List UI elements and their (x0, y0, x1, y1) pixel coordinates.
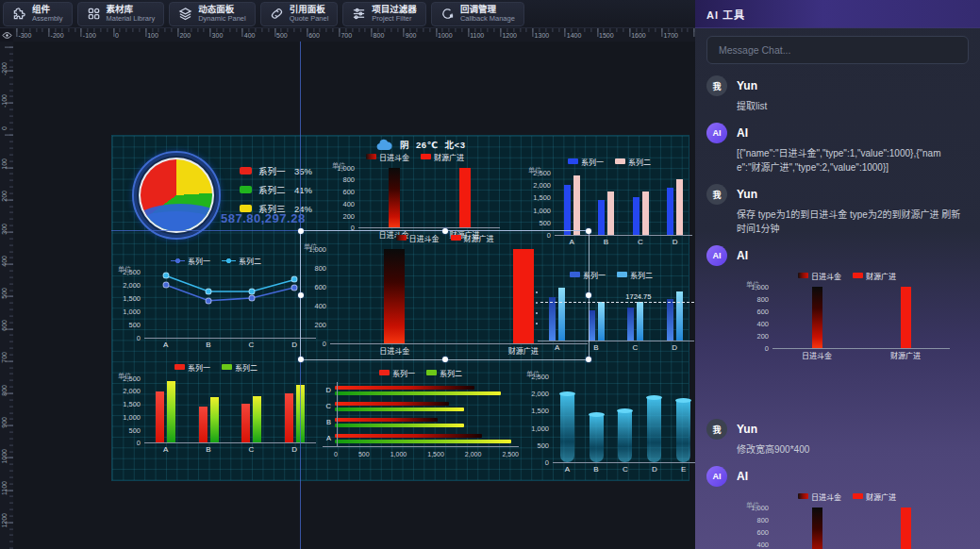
toolbar-label-en: Assembly (32, 15, 63, 24)
selection-handle[interactable] (298, 228, 304, 234)
bar (812, 507, 822, 549)
bar (335, 402, 449, 406)
ruler-tick-label: 800 (374, 32, 385, 39)
chart-legend: 日进斗金财源广进 (330, 151, 500, 162)
axis-unit-label: 单位 (118, 264, 131, 274)
legend-marker (798, 493, 808, 499)
ruler-corner[interactable] (0, 28, 13, 42)
chart-legend: 系列一系列二 (116, 361, 316, 373)
legend-marker (171, 258, 185, 264)
ai-avatar: AI (706, 245, 727, 266)
bar (335, 424, 464, 427)
toolbar-label-zh: 动态面板 (198, 5, 245, 15)
toolbar-button-callback-manage[interactable]: 回调管理Callback Manage (431, 2, 524, 26)
bar (560, 393, 574, 462)
chart-legend: 系列一系列二 (323, 367, 519, 378)
chart-legend: 日进斗金财源广进 (744, 491, 950, 502)
weather-widget[interactable]: 阴 26℃ 北<3 (375, 138, 465, 151)
chat-message-ai: AIAI日进斗金财源广进单位1,0008006004002000日进斗金财源广进 (706, 245, 969, 360)
ai-panel-header: AI 工具 (695, 0, 980, 28)
bar (335, 418, 438, 422)
message-text: 修改宽高900*400 (737, 442, 963, 457)
message-sender-name: AI (737, 126, 748, 140)
chat-message-user: 我Yun提取list (706, 75, 969, 113)
ruler-tick-label: -300 (18, 32, 31, 39)
legend-marker (451, 235, 461, 241)
legend-marker (615, 158, 625, 164)
ai-avatar: AI (706, 466, 727, 487)
legend-marker (568, 158, 578, 164)
ruler-tick-label: 1700 (663, 32, 678, 39)
bar (210, 397, 219, 442)
selection-handle[interactable] (442, 357, 448, 362)
ruler-tick-label: 700 (1, 352, 8, 363)
ruler-tick-label: 500 (1, 288, 8, 299)
legend-marker (421, 154, 431, 159)
ruler-tick-label: 1400 (567, 32, 582, 39)
toolbar-button-project-filter[interactable]: 项目过滤器Project Filter (342, 2, 426, 26)
chart-grouped-bar-bottom-left[interactable]: 系列一系列二单位2,5002,0001,5001,0005000ABCD (116, 361, 316, 455)
bar (285, 393, 293, 442)
chat-embedded-chart: 日进斗金财源广进单位1,0008006004002000日进斗金财源广进 (744, 270, 950, 360)
selection-handle[interactable] (586, 292, 591, 298)
chart-horizontal-bar[interactable]: 系列一系列二DCBA05001,0001,5002,0002,500 (323, 367, 519, 458)
pie-legend: 系列一35%系列二41%系列三24% (240, 161, 312, 218)
toolbar-button-material-library[interactable]: 素材库Material Library (77, 2, 165, 26)
ruler-tick-label: 1300 (535, 32, 550, 39)
chart-gold-small[interactable]: 日进斗金财源广进单位1,0008006004002000日进斗金财源广进 (330, 151, 500, 240)
bar (598, 302, 605, 341)
design-workspace: 系列一35%系列二41%系列三24% 阴 26℃ 北<3 日进斗金财源广进单位1… (13, 42, 695, 549)
selection-handle[interactable] (586, 357, 591, 362)
designer-app: 组件Assembly 素材库Material Library 动态面板Dynam… (0, 0, 980, 549)
chart-legend: 日进斗金财源广进 (744, 270, 950, 281)
pie-legend-row: 系列二41% (240, 180, 312, 199)
line-data-point (162, 282, 169, 289)
toolbar-button-dynamic-panel[interactable]: 动态面板Dynamic Panel (169, 2, 255, 26)
toolbar-button-quote-panel[interactable]: 引用面板Quote Panel (260, 2, 339, 26)
coordinate-indicator: 587.80,297.28 (221, 211, 306, 225)
bar (633, 197, 639, 235)
ruler-tick-label: -100 (1, 94, 8, 108)
legend-marker (396, 235, 407, 241)
bar (637, 302, 643, 341)
chat-message-user: 我Yun保存 type为1的到日进斗金 type为2的到财源广进 刷新时间1分钟 (706, 184, 969, 236)
toolbar-label-en: Material Library (107, 15, 156, 24)
chart-gold-big-selected[interactable]: 日进斗金财源广进单位1,0008006004002000日进斗金财源广进 (302, 232, 588, 356)
legend-marker (617, 272, 627, 277)
ruler-tick-label: 1000 (438, 32, 453, 39)
chat-input[interactable] (706, 36, 969, 64)
bar (335, 386, 474, 390)
legend-marker (853, 273, 863, 278)
ruler-tick-label: -200 (1, 62, 8, 75)
chart-legend: 系列一系列二 (526, 156, 692, 167)
bar (253, 396, 261, 442)
legend-marker (853, 493, 863, 499)
ruler-tick-label: 200 (179, 32, 191, 39)
selection-handle[interactable] (586, 228, 591, 234)
toolbar-button-assembly[interactable]: 组件Assembly (3, 2, 73, 26)
vertical-ruler: -200-10001002003004005006007008009001000… (0, 42, 13, 549)
ruler-tick-label: 100 (147, 32, 158, 39)
bar (459, 168, 471, 227)
ruler-tick-label: 1100 (1, 481, 8, 495)
toolbar-label-zh: 回调管理 (460, 5, 515, 15)
bar (513, 249, 534, 343)
axis-unit-label: 单位 (332, 160, 345, 170)
selection-handle[interactable] (442, 228, 448, 234)
axis-unit-label: 单位 (528, 165, 541, 175)
ai-tools-panel: AI 工具 我Yun提取listAIAI[{"name":"日进斗金","typ… (695, 0, 980, 549)
chart-cylinder[interactable]: 单位2,5002,0001,5001,0005000ABCDE (524, 371, 695, 474)
legend-marker (240, 186, 252, 193)
selection-handle[interactable] (298, 292, 304, 298)
ruler-tick-label: 1600 (631, 32, 646, 39)
line-data-point (162, 273, 169, 279)
chat-message-ai: AIAI日进斗金财源广进单位1,0008006004002000日进斗金财源广进 (706, 466, 969, 549)
ruler-tick-label: 100 (1, 158, 8, 170)
chart-line[interactable]: 系列一系列二单位2,5002,0001,5001,0005000ABCD (116, 255, 316, 350)
bar (590, 414, 604, 462)
bar (618, 410, 632, 462)
ruler-tick-label: 1000 (1, 449, 8, 464)
ai-avatar: AI (706, 123, 727, 143)
selection-handle[interactable] (298, 357, 304, 362)
pie-widget[interactable] (132, 151, 221, 240)
